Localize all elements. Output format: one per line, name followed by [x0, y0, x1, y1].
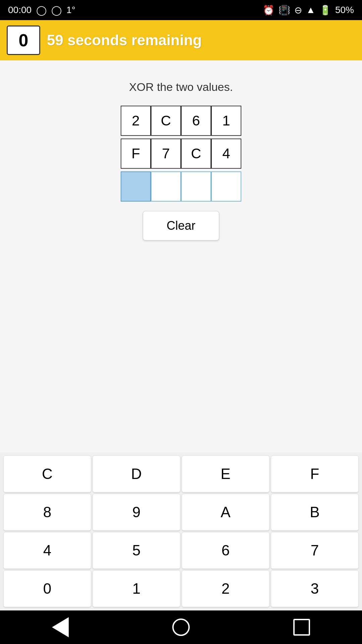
key-A[interactable]: A: [182, 494, 269, 531]
value2-cell-1: 7: [151, 139, 181, 169]
key-8[interactable]: 8: [3, 494, 91, 531]
key-F[interactable]: F: [271, 455, 359, 492]
alarm-icon: ⏰: [263, 5, 275, 16]
puzzle-instruction: XOR the two values.: [129, 80, 233, 94]
battery-icon: 🔋: [319, 5, 331, 16]
key-0[interactable]: 0: [3, 570, 91, 607]
answer-cell-3[interactable]: [211, 171, 241, 202]
clock-time: 00:00: [8, 5, 32, 15]
value1-cell-1: C: [151, 106, 181, 136]
answer-row: [121, 171, 241, 202]
key-2[interactable]: 2: [182, 570, 269, 607]
key-B[interactable]: B: [271, 494, 359, 531]
recents-button[interactable]: [288, 614, 315, 641]
key-row-1: 89AB: [3, 494, 359, 531]
keyboard: CDEF89AB45670123: [0, 452, 362, 610]
battery-percent: 50%: [335, 5, 354, 15]
value1-row: 2 C 6 1: [121, 106, 241, 136]
vibrate-icon: 📳: [279, 5, 290, 16]
answer-cell-2[interactable]: [181, 171, 211, 202]
status-bar: 00:00 ◯ ◯ 1° ⏰ 📳 ⊖ ▲ 🔋 50%: [0, 0, 362, 20]
header: 0 59 seconds remaining: [0, 20, 362, 60]
value2-cell-0: F: [121, 139, 151, 169]
navigation-bar: [0, 610, 362, 644]
key-1[interactable]: 1: [93, 570, 180, 607]
key-C[interactable]: C: [3, 455, 91, 492]
answer-cell-0[interactable]: [121, 171, 151, 202]
key-3[interactable]: 3: [271, 570, 359, 607]
main-content: XOR the two values. 2 C 6 1 F 7 C 4 Clea…: [0, 60, 362, 452]
value2-cell-3: 4: [211, 139, 241, 169]
score-display: 0: [7, 25, 40, 55]
status-icon-2: ◯: [51, 5, 62, 16]
key-row-2: 4567: [3, 532, 359, 569]
dnd-icon: ⊖: [294, 5, 302, 16]
key-row-0: CDEF: [3, 455, 359, 492]
status-right: ⏰ 📳 ⊖ ▲ 🔋 50%: [263, 5, 354, 16]
signal-icon: ▲: [306, 5, 315, 15]
key-6[interactable]: 6: [182, 532, 269, 569]
temperature: 1°: [66, 5, 75, 15]
key-9[interactable]: 9: [93, 494, 180, 531]
value1-cell-3: 1: [211, 106, 241, 136]
status-icon-1: ◯: [36, 5, 47, 16]
back-icon: [52, 617, 69, 637]
value2-cell-2: C: [181, 139, 211, 169]
key-5[interactable]: 5: [93, 532, 180, 569]
home-icon: [172, 619, 190, 636]
recents-icon: [293, 619, 310, 636]
value1-cell-0: 2: [121, 106, 151, 136]
key-row-3: 0123: [3, 570, 359, 607]
status-left: 00:00 ◯ ◯ 1°: [8, 5, 75, 16]
key-4[interactable]: 4: [3, 532, 91, 569]
answer-cell-1[interactable]: [151, 171, 181, 202]
value2-row: F 7 C 4: [121, 139, 241, 169]
home-button[interactable]: [168, 614, 194, 641]
value1-cell-2: 6: [181, 106, 211, 136]
clear-button[interactable]: Clear: [143, 211, 219, 240]
timer-display: 59 seconds remaining: [47, 32, 202, 49]
key-7[interactable]: 7: [271, 532, 359, 569]
key-D[interactable]: D: [93, 455, 180, 492]
back-button[interactable]: [47, 614, 74, 641]
key-E[interactable]: E: [182, 455, 269, 492]
